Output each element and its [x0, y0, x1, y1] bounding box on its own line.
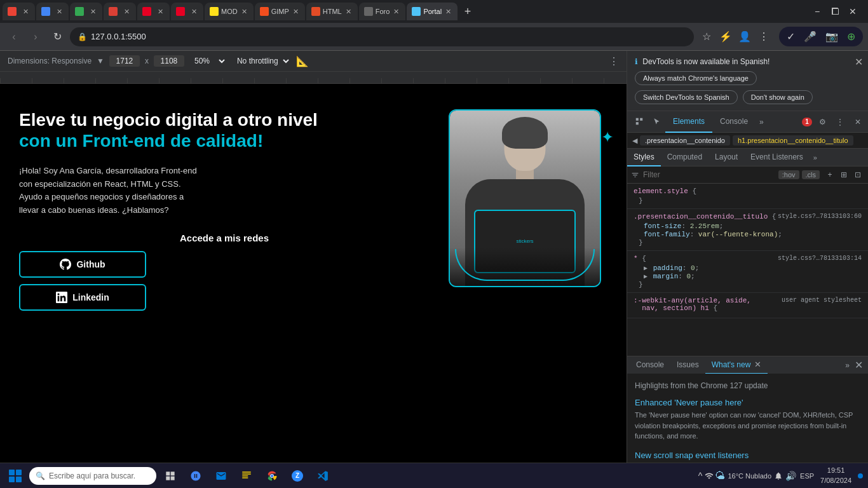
show-hidden-icons[interactable]: ^	[697, 468, 704, 484]
task-view-button[interactable]	[159, 464, 182, 487]
extensions-button[interactable]: ⚡	[717, 28, 735, 46]
close-devtools-button[interactable]: ✕	[850, 114, 865, 130]
screen-share-button[interactable]: ⊕	[844, 28, 858, 45]
rule-source-titulo[interactable]: style.css?…78133103:60	[778, 213, 862, 220]
taskbar-vscode[interactable]	[311, 464, 334, 487]
tab-close-3[interactable]: ✕	[89, 6, 97, 17]
network-icon[interactable]	[705, 471, 714, 480]
notification-close-button[interactable]: ✕	[855, 56, 863, 68]
tab-portal[interactable]: Portal ✕	[407, 3, 458, 20]
back-button[interactable]: ‹	[5, 28, 23, 46]
tab-close-4[interactable]: ✕	[123, 6, 131, 17]
more-style-tabs-button[interactable]: »	[810, 154, 821, 161]
breadcrumb-current[interactable]: h1.presentacion__contenido__titulo	[733, 135, 853, 146]
tab-docs[interactable]: ✕	[36, 3, 69, 20]
tab-close-docs[interactable]: ✕	[55, 6, 64, 17]
whats-new-close-button[interactable]: ✕	[754, 360, 761, 369]
media-down-button[interactable]: ✓	[784, 28, 797, 45]
taskbar-search[interactable]: 🔍 Escribe aquí para buscar.	[29, 467, 156, 485]
tab-5[interactable]: ✕	[137, 3, 170, 20]
tab-4[interactable]: ✕	[104, 3, 136, 20]
rule-source-webkit[interactable]: user agent stylesheet	[782, 297, 862, 304]
more-icon[interactable]: ⋮	[609, 55, 619, 67]
tab-close-gmail[interactable]: ✕	[22, 6, 30, 17]
start-button[interactable]	[4, 464, 27, 487]
tab-foro[interactable]: Foro ✕	[359, 3, 406, 20]
throttle-select[interactable]: No throttling Fast 3G Slow 3G	[232, 55, 291, 67]
expand-padding-arrow[interactable]: ▶	[644, 265, 648, 272]
tab-console[interactable]: Console	[712, 111, 756, 133]
filter-input[interactable]	[643, 170, 775, 179]
expand-margin-arrow[interactable]: ▶	[644, 273, 648, 280]
add-rule-button[interactable]: +	[824, 168, 836, 181]
tab-layout[interactable]: Layout	[709, 149, 744, 166]
tab-elements[interactable]: Elements	[665, 111, 712, 133]
tab-mailchimp[interactable]: MOD ✕	[205, 3, 254, 20]
whats-new-item-2-title[interactable]: New scroll snap event listeners	[635, 451, 860, 460]
cls-badge[interactable]: .cls	[802, 170, 820, 179]
tab-issues[interactable]: Issues	[670, 356, 705, 374]
menu-button[interactable]: ⋮	[755, 28, 773, 46]
new-style-rule-button[interactable]: ⊞	[837, 168, 850, 181]
minimize-button[interactable]: −	[810, 4, 825, 19]
volume-icon[interactable]: 🔊	[784, 468, 797, 484]
tab-close-foro[interactable]: ✕	[392, 6, 400, 17]
ruler-icon[interactable]: 📐	[296, 55, 309, 67]
taskbar-zoom[interactable]: Z	[286, 464, 309, 487]
notifications-icon[interactable]	[774, 471, 783, 480]
notification-indicator[interactable]	[858, 473, 863, 478]
breadcrumb-arrow[interactable]: ◀	[632, 137, 637, 145]
height-input[interactable]	[154, 55, 184, 67]
hov-badge[interactable]: :hov	[778, 170, 799, 179]
match-language-button[interactable]: Always match Chrome's language	[635, 71, 757, 85]
close-button[interactable]: ✕	[845, 4, 860, 19]
dont-show-button[interactable]: Don't show again	[743, 90, 813, 104]
devtools-panel-icon[interactable]	[630, 111, 649, 133]
tab-close-gimp[interactable]: ✕	[292, 6, 300, 17]
tab-close-html[interactable]: ✕	[344, 6, 353, 17]
taskbar-chrome[interactable]	[261, 464, 283, 487]
maximize-button[interactable]: ⧠	[827, 4, 843, 19]
settings-button[interactable]: ⚙	[815, 114, 830, 130]
profile-button[interactable]: 👤	[736, 28, 754, 46]
tab-styles[interactable]: Styles	[627, 149, 661, 166]
more-options-button[interactable]: ⋮	[832, 114, 848, 130]
tab-event-listeners[interactable]: Event Listeners	[744, 149, 810, 166]
taskbar-app-2[interactable]	[210, 464, 233, 487]
toggle-computed-button[interactable]: ⊡	[851, 168, 864, 181]
inspect-element-button[interactable]	[649, 111, 665, 133]
tab-whats-new[interactable]: What's new ✕	[705, 356, 768, 374]
zoom-select[interactable]: 50% 75% 100%	[189, 55, 227, 67]
tab-3[interactable]: ✕	[70, 3, 102, 20]
tab-close-5[interactable]: ✕	[156, 6, 165, 17]
tab-close-mailchimp[interactable]: ✕	[240, 6, 248, 17]
tab-close-6[interactable]: ✕	[190, 6, 198, 17]
github-button[interactable]: Github	[19, 251, 146, 278]
switch-spanish-button[interactable]: Switch DevTools to Spanish	[635, 90, 738, 104]
tab-console-bottom[interactable]: Console	[630, 356, 670, 374]
tab-6[interactable]: ✕	[171, 3, 203, 20]
tab-close-portal[interactable]: ✕	[444, 6, 452, 17]
width-input[interactable]	[109, 55, 140, 67]
close-bottom-panel-button[interactable]: ✕	[852, 359, 865, 371]
whats-new-item-1-title[interactable]: Enhanced 'Never pause here'	[635, 398, 860, 407]
tab-gimp[interactable]: GIMP ✕	[255, 3, 305, 20]
forward-button[interactable]: ›	[27, 28, 44, 46]
tab-html[interactable]: HTML ✕	[306, 3, 358, 20]
linkedin-button[interactable]: Linkedin	[19, 284, 146, 311]
new-tab-button[interactable]: +	[459, 3, 477, 20]
bookmark-button[interactable]: ☆	[698, 28, 715, 46]
mic-mute-button[interactable]: 🎤	[801, 28, 819, 45]
chevron-down-icon[interactable]: ▼	[97, 57, 104, 65]
tab-gmail[interactable]: ✕	[3, 3, 35, 20]
breadcrumb-parent[interactable]: .presentacion__contenido	[640, 135, 730, 146]
taskbar-app-1[interactable]	[184, 464, 207, 487]
reload-button[interactable]: ↻	[48, 28, 66, 46]
camera-mute-button[interactable]: 📷	[823, 28, 841, 45]
address-bar[interactable]: 🔒 127.0.0.1:5500	[70, 27, 694, 46]
tab-computed[interactable]: Computed	[661, 149, 709, 166]
taskbar-app-3[interactable]	[235, 464, 258, 487]
more-bottom-tabs-button[interactable]: »	[843, 361, 852, 370]
more-tabs-button[interactable]: »	[756, 118, 768, 126]
rule-source-star[interactable]: style.css?…78133103:14	[778, 255, 862, 262]
